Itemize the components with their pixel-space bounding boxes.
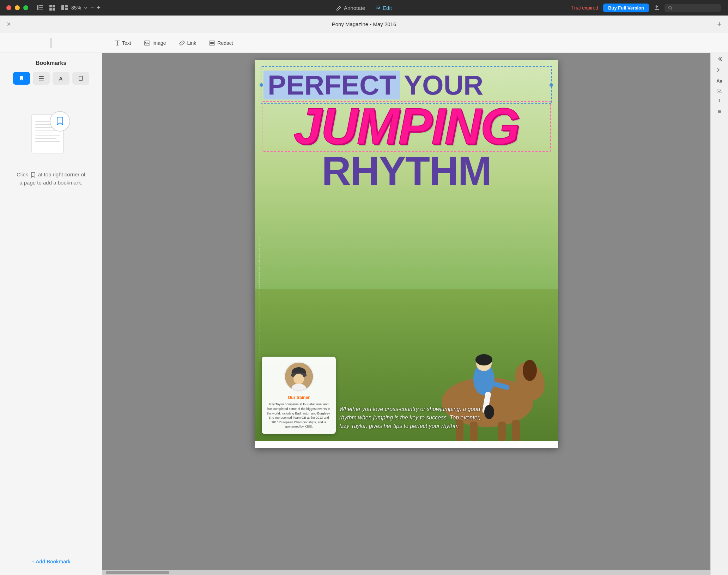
image-tool-button[interactable]: Image <box>138 38 172 48</box>
scrollbar-thumb[interactable] <box>106 571 169 574</box>
traffic-lights <box>0 5 28 10</box>
share-button[interactable] <box>654 5 660 11</box>
trainer-card: Our trainer Izzy Taylor competes at four… <box>262 357 336 434</box>
sidebar-tab-text[interactable]: A <box>53 72 69 85</box>
trial-expired-label: Trial expired <box>571 5 599 11</box>
size-value: 52. <box>717 89 722 93</box>
svg-rect-0 <box>37 5 38 10</box>
svg-rect-16 <box>39 76 44 77</box>
svg-rect-7 <box>53 8 55 11</box>
chevron-right-button[interactable] <box>717 67 722 73</box>
perfect-word: PERFECT <box>263 71 400 99</box>
hint-click: Click <box>17 171 28 177</box>
redact-tool-button[interactable]: Redact <box>203 38 238 48</box>
photo-area: Our trainer Izzy Taylor competes at four… <box>255 289 558 441</box>
menu-button[interactable]: ≡ <box>717 108 721 116</box>
link-tool-label: Link <box>187 40 196 46</box>
title-bar: 85% − + Annotate Edit Trial expired Buy … <box>0 0 728 16</box>
link-tool-button[interactable]: Link <box>173 38 202 48</box>
grid-view-button[interactable] <box>49 5 55 11</box>
text-tool-button[interactable]: Text <box>109 38 137 48</box>
pdf-page: S Insurance for their help with this fea… <box>255 60 558 448</box>
bookmark-document-icon <box>28 107 74 160</box>
svg-point-46 <box>293 374 304 385</box>
close-document-button[interactable]: ✕ <box>0 21 11 28</box>
zoom-value: 85% <box>71 5 81 11</box>
edit-toolbar: Text Image Link Redact <box>0 33 728 53</box>
edit-label: Edit <box>383 5 392 11</box>
add-bookmark-button[interactable]: + Add Bookmark <box>31 558 70 564</box>
bookmark-hint: Click at top right corner of a page to a… <box>10 171 92 187</box>
minimize-traffic-light[interactable] <box>15 5 20 10</box>
layout-view-button[interactable] <box>61 5 68 10</box>
sidebar-tab-bookmark[interactable] <box>13 72 30 85</box>
svg-rect-17 <box>39 78 44 79</box>
svg-rect-15 <box>210 42 214 44</box>
svg-rect-2 <box>39 7 43 8</box>
trainer-photo <box>284 362 314 392</box>
image-tool-label: Image <box>152 40 166 46</box>
sidebar-tabs: A <box>13 72 89 85</box>
sidebar-title: Bookmarks <box>36 60 66 66</box>
headline-area: PERFECT YOUR JUMPING RHYTHM <box>263 69 549 190</box>
sidebar-tab-page[interactable] <box>72 72 89 85</box>
svg-point-11 <box>669 6 672 9</box>
chevron-left-button[interactable] <box>717 56 722 62</box>
svg-rect-4 <box>49 5 52 7</box>
svg-rect-1 <box>39 5 43 6</box>
svg-point-42 <box>484 405 494 419</box>
svg-rect-25 <box>35 133 53 133</box>
zoom-in-button[interactable]: + <box>97 4 101 12</box>
hint-line3: a page to add a bookmark. <box>19 180 82 186</box>
svg-rect-5 <box>53 5 55 7</box>
svg-rect-9 <box>65 5 68 7</box>
document-title: Pony Magazine - May 2016 <box>332 21 396 27</box>
horizontal-scrollbar[interactable] <box>102 570 710 575</box>
sidebar-spacer <box>0 33 102 53</box>
svg-point-36 <box>523 360 537 381</box>
sidebar: Bookmarks A <box>0 53 102 575</box>
maximize-traffic-light[interactable] <box>23 5 28 10</box>
zoom-out-button[interactable]: − <box>90 4 94 12</box>
redact-tool-label: Redact <box>217 40 233 46</box>
annotate-label: Annotate <box>344 5 365 11</box>
page-number: 1 <box>718 98 720 103</box>
hint-line2: at top right corner of <box>38 171 85 177</box>
svg-point-39 <box>475 354 492 365</box>
svg-rect-27 <box>35 138 56 139</box>
trial-area: Trial expired Buy Full Version <box>571 4 721 12</box>
headline-rhythm: RHYTHM <box>263 152 549 190</box>
toolbar-icons <box>37 5 68 11</box>
zoom-control: 85% − + <box>71 4 101 12</box>
trainer-description: Izzy Taylor competes at four-star level … <box>267 402 331 429</box>
edit-tools: Text Image Link Redact <box>102 38 728 48</box>
edit-button[interactable]: Edit <box>375 5 392 11</box>
main-layout: Bookmarks A <box>0 53 728 575</box>
svg-rect-6 <box>49 8 52 11</box>
search-box[interactable] <box>665 4 721 12</box>
font-size-aa-label: Aa <box>716 78 722 84</box>
svg-rect-18 <box>39 80 44 80</box>
close-traffic-light[interactable] <box>6 5 11 10</box>
svg-rect-8 <box>61 5 64 10</box>
svg-point-29 <box>50 111 70 131</box>
svg-rect-35 <box>512 420 520 441</box>
svg-rect-28 <box>35 141 60 142</box>
title-bar-center: Annotate Edit <box>336 5 392 11</box>
sidebar-toggle-button[interactable] <box>37 5 43 10</box>
right-panel: Aa 52. 1 ≡ <box>710 53 728 575</box>
sidebar-tab-list[interactable] <box>33 72 50 85</box>
headline-jumping: JUMPING <box>263 103 549 150</box>
svg-point-13 <box>145 42 146 43</box>
drag-handle[interactable] <box>50 38 52 48</box>
trainer-title: Our trainer <box>267 395 331 400</box>
article-text: Whether you love cross-country or showju… <box>339 405 484 430</box>
bookmark-empty-state: Click at top right corner of a page to a… <box>10 107 92 187</box>
your-word: YOUR <box>404 71 483 99</box>
add-document-button[interactable]: + <box>717 20 722 29</box>
buy-full-version-button[interactable]: Buy Full Version <box>603 4 649 12</box>
svg-rect-10 <box>65 8 68 10</box>
text-tool-label: Text <box>122 40 131 46</box>
annotate-button[interactable]: Annotate <box>336 5 365 11</box>
svg-rect-19 <box>79 76 83 80</box>
